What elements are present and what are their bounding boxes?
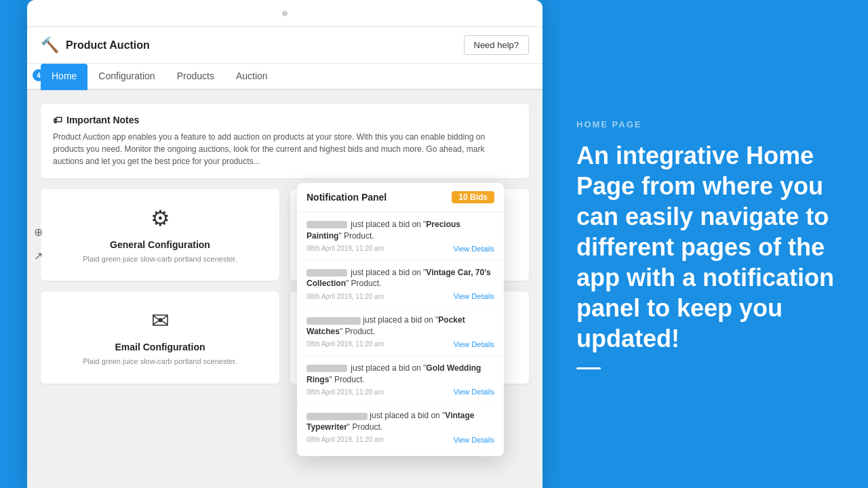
nav-badge: 4 bbox=[33, 69, 45, 81]
app-header: 🔨 Product Auction Need help? bbox=[27, 27, 542, 64]
notif-date: 08th April 2019, 11:20 am bbox=[307, 340, 384, 348]
top-bar bbox=[27, 0, 542, 27]
top-bar-dot bbox=[282, 11, 288, 16]
notif-text: just placed a bid on "Vintage Typewriter… bbox=[307, 410, 494, 433]
notif-date: 08th April 2019, 11:20 am bbox=[307, 293, 384, 300]
notif-text: just placed a bid on "Gold Wedding Rings… bbox=[307, 363, 494, 386]
plus-icon[interactable]: ⊕ bbox=[34, 226, 43, 239]
notif-item: just placed a bid on "Vintage Typewriter… bbox=[297, 403, 504, 451]
app-title: Product Auction bbox=[66, 39, 150, 52]
logo-area: 🔨 Product Auction bbox=[41, 37, 150, 54]
notif-view-details[interactable]: View Details bbox=[454, 388, 494, 396]
right-divider bbox=[576, 367, 601, 369]
right-panel: HOME PAGE An integrative Home Page from … bbox=[542, 0, 868, 488]
nav-home[interactable]: Home bbox=[41, 64, 87, 90]
nav-configuration[interactable]: Configuration bbox=[87, 64, 165, 90]
notif-text: just placed a bid on "Precious Painting"… bbox=[307, 219, 494, 242]
notif-header: Notification Panel 10 Bids bbox=[297, 183, 504, 212]
notif-footer: 08th April 2019, 11:20 am View Details bbox=[307, 436, 494, 444]
notif-user-blurred bbox=[307, 269, 347, 277]
notif-date: 08th April 2019, 11:20 am bbox=[307, 245, 384, 252]
notif-user-blurred bbox=[307, 365, 347, 372]
sidebar-icons: ⊕ ↗ bbox=[27, 220, 50, 268]
notif-date: 08th April 2019, 11:20 am bbox=[307, 436, 384, 443]
gear-icon: ⚙ bbox=[151, 205, 170, 231]
notif-date: 08th April 2019, 11:20 am bbox=[307, 388, 384, 396]
notif-item: just placed a bid on "Precious Painting"… bbox=[297, 212, 504, 260]
notif-user-blurred bbox=[307, 221, 347, 228]
notif-title: Notification Panel bbox=[307, 192, 387, 203]
notif-item: just placed a bid on "Pocket Watches" Pr… bbox=[297, 308, 504, 356]
notif-view-details[interactable]: View Details bbox=[454, 292, 494, 300]
right-label: HOME PAGE bbox=[576, 119, 834, 129]
nav-auction[interactable]: Auction bbox=[225, 64, 279, 90]
right-heading: An integrative Home Page from where you … bbox=[576, 140, 834, 354]
email-config-title: Email Configuration bbox=[115, 342, 205, 352]
notif-view-details[interactable]: View Details bbox=[454, 340, 494, 348]
nav-products[interactable]: Products bbox=[166, 64, 225, 90]
general-config-desc: Plaid green juice slow-carb portland sce… bbox=[83, 254, 237, 264]
notif-item: just placed a bid on "Gold Wedding Rings… bbox=[297, 356, 504, 404]
notif-text: just placed a bid on "Pocket Watches" Pr… bbox=[307, 314, 494, 338]
important-notes-card: 🏷 Important Notes Product Auction app en… bbox=[41, 104, 529, 178]
notif-item: just placed a bid on "Precious Painting"… bbox=[297, 451, 504, 456]
auction-logo-icon: 🔨 bbox=[41, 37, 59, 54]
notif-view-details[interactable]: View Details bbox=[454, 245, 494, 253]
email-config-card[interactable]: ✉ Email Configuration Plaid green juice … bbox=[41, 291, 279, 383]
notif-badge: 10 Bids bbox=[452, 191, 494, 203]
nav-bar: 4 Home Configuration Products Auction bbox=[27, 64, 542, 90]
general-config-title: General Configuration bbox=[110, 239, 210, 250]
notes-text: Product Auction app enables you a featur… bbox=[53, 131, 517, 167]
notes-icon: 🏷 bbox=[53, 115, 62, 125]
notif-item: just placed a bid on "Vintage Car, 70's … bbox=[297, 260, 504, 308]
notif-footer: 08th April 2019, 11:20 am View Details bbox=[307, 340, 494, 348]
notification-panel: Notification Panel 10 Bids just placed a… bbox=[297, 183, 504, 456]
notif-footer: 08th April 2019, 11:20 am View Details bbox=[307, 292, 494, 300]
help-button[interactable]: Need help? bbox=[464, 35, 530, 55]
notes-title: 🏷 Important Notes bbox=[53, 115, 517, 125]
external-link-icon[interactable]: ↗ bbox=[34, 249, 43, 262]
email-icon: ✉ bbox=[151, 308, 170, 333]
notif-list: just placed a bid on "Precious Painting"… bbox=[297, 212, 504, 456]
notif-view-details[interactable]: View Details bbox=[454, 436, 494, 444]
general-config-card[interactable]: ⚙ General Configuration Plaid green juic… bbox=[41, 189, 279, 281]
notif-footer: 08th April 2019, 11:20 am View Details bbox=[307, 245, 494, 253]
notif-footer: 08th April 2019, 11:20 am View Details bbox=[307, 388, 494, 396]
notif-text: just placed a bid on "Vintage Car, 70's … bbox=[307, 267, 494, 290]
email-config-desc: Plaid green juice slow-carb portland sce… bbox=[83, 357, 237, 367]
